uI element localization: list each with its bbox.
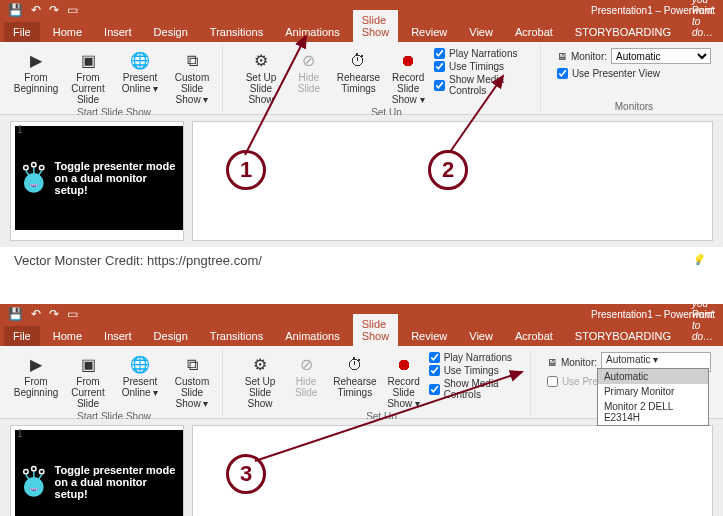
tab-file[interactable]: File — [4, 22, 40, 42]
slide-text: Toggle presenter mode on a dual monitor … — [55, 160, 179, 196]
tab-slideshow[interactable]: Slide Show — [353, 10, 399, 42]
group-label-monitors: Monitors — [615, 101, 653, 112]
play-narrations-check[interactable]: Play Narrations — [434, 48, 534, 59]
monster-icon — [19, 447, 49, 516]
annotation-arrow-3 — [250, 366, 530, 466]
tab-review[interactable]: Review — [402, 22, 456, 42]
from-current-icon: ▣ — [74, 48, 102, 72]
tab-design[interactable]: Design — [145, 22, 197, 42]
group-start-slideshow: ▶From Beginning ▣From Current Slide 🌐Pre… — [6, 46, 223, 112]
group-monitors: 🖥 Monitor: Automatic Use Presenter View … — [551, 46, 717, 112]
tab-animations[interactable]: Animations — [276, 326, 348, 346]
svg-point-12 — [24, 477, 44, 497]
tab-storyboarding[interactable]: STORYBOARDING — [566, 326, 680, 346]
present-online-button[interactable]: 🌐Present Online ▾ — [116, 350, 164, 411]
svg-point-16 — [32, 467, 35, 470]
redo-icon[interactable]: ↷ — [49, 3, 59, 17]
undo-icon[interactable]: ↶ — [31, 307, 41, 321]
ribbon-tabs: File Home Insert Design Transitions Anim… — [0, 20, 723, 42]
present-online-button[interactable]: 🌐Present Online ▾ — [116, 46, 164, 107]
tab-view[interactable]: View — [460, 326, 502, 346]
monitor-icon: 🖥 — [547, 357, 557, 368]
redo-icon[interactable]: ↷ — [49, 307, 59, 321]
tell-me-search-2[interactable]: 💡Tell me what you want to do… — [684, 250, 721, 346]
svg-line-10 — [245, 36, 306, 155]
rehearse-button[interactable]: ⏱Rehearse Timings — [335, 46, 382, 107]
monster-icon — [19, 143, 49, 213]
tab-insert[interactable]: Insert — [95, 326, 141, 346]
tab-insert[interactable]: Insert — [95, 22, 141, 42]
lightbulb-icon: 💡 — [692, 254, 704, 265]
workspace: 1 Toggle presenter mode on a dual monito… — [0, 115, 723, 247]
svg-line-22 — [255, 372, 522, 461]
start-show-icon[interactable]: ▭ — [67, 307, 78, 321]
play-narrations-check[interactable]: Play Narrations — [429, 352, 524, 363]
tab-storyboarding[interactable]: STORYBOARDING — [566, 22, 680, 42]
svg-line-11 — [450, 76, 503, 152]
tab-review[interactable]: Review — [402, 326, 456, 346]
ribbon-tabs-2: File Home Insert Design Transitions Anim… — [0, 324, 723, 346]
svg-point-0 — [24, 173, 44, 193]
custom-show-button[interactable]: ⧉Custom Slide Show ▾ — [168, 350, 216, 411]
save-icon[interactable]: 💾 — [8, 307, 23, 321]
tab-acrobat[interactable]: Acrobat — [506, 22, 562, 42]
credit-text: Vector Monster Credit: https://pngtree.c… — [0, 247, 723, 274]
annotation-arrow-1 — [240, 30, 320, 160]
svg-point-4 — [32, 163, 35, 166]
tab-slideshow[interactable]: Slide Show — [353, 314, 399, 346]
record-button[interactable]: ⏺Record Slide Show ▾ — [386, 46, 430, 107]
monitor-option-dell[interactable]: Monitor 2 DELL E2314H — [598, 399, 708, 425]
svg-point-14 — [24, 470, 27, 473]
tab-home[interactable]: Home — [44, 326, 91, 346]
use-presenter-check[interactable]: Use Presenter View — [557, 68, 711, 79]
from-beginning-icon: ▶ — [22, 48, 50, 72]
undo-icon[interactable]: ↶ — [31, 3, 41, 17]
tab-acrobat[interactable]: Acrobat — [506, 326, 562, 346]
monitor-icon: 🖥 — [557, 51, 567, 62]
annotation-arrow-2 — [445, 70, 525, 160]
monitor-dropdown-list[interactable]: Automatic Primary Monitor Monitor 2 DELL… — [597, 368, 709, 426]
from-current-button[interactable]: ▣From Current Slide — [64, 46, 112, 107]
tab-view[interactable]: View — [460, 22, 502, 42]
start-show-icon[interactable]: ▭ — [67, 3, 78, 17]
monitor-option-automatic[interactable]: Automatic — [598, 369, 708, 384]
slide-thumbnail[interactable]: Toggle presenter mode on a dual monitor … — [15, 126, 183, 230]
from-current-button[interactable]: ▣From Current Slide — [64, 350, 112, 411]
monitor-option-primary[interactable]: Primary Monitor — [598, 384, 708, 399]
slide-thumbnail-2[interactable]: Toggle presenter mode on a dual monitor … — [15, 430, 183, 516]
tab-transitions[interactable]: Transitions — [201, 326, 272, 346]
ribbon: ▶From Beginning ▣From Current Slide 🌐Pre… — [0, 42, 723, 115]
svg-point-18 — [40, 470, 43, 473]
monitor-label: Monitor: — [571, 51, 607, 62]
svg-point-6 — [40, 166, 43, 169]
tell-me-search[interactable]: 💡Tell me what you want to do… — [684, 0, 721, 42]
tab-design[interactable]: Design — [145, 326, 197, 346]
record-icon: ⏺ — [394, 48, 422, 72]
save-icon[interactable]: 💾 — [8, 3, 23, 17]
present-online-icon: 🌐 — [126, 48, 154, 72]
slide-number: 1 — [17, 124, 23, 135]
custom-show-icon: ⧉ — [178, 48, 206, 72]
thumbnail-panel: 1 Toggle presenter mode on a dual monito… — [10, 121, 184, 241]
quick-access-toolbar: 💾 ↶ ↷ ▭ — [8, 3, 78, 17]
from-beginning-button[interactable]: ▶From Beginning — [12, 350, 60, 411]
quick-access-toolbar-2: 💾 ↶ ↷ ▭ — [8, 307, 78, 321]
custom-show-button[interactable]: ⧉Custom Slide Show ▾ — [168, 46, 216, 107]
tab-file[interactable]: File — [4, 326, 40, 346]
tab-home[interactable]: Home — [44, 22, 91, 42]
rehearse-icon: ⏱ — [344, 48, 372, 72]
svg-point-2 — [24, 166, 27, 169]
from-beginning-button[interactable]: ▶From Beginning — [12, 46, 60, 107]
monitor-select[interactable]: Automatic — [611, 48, 711, 64]
